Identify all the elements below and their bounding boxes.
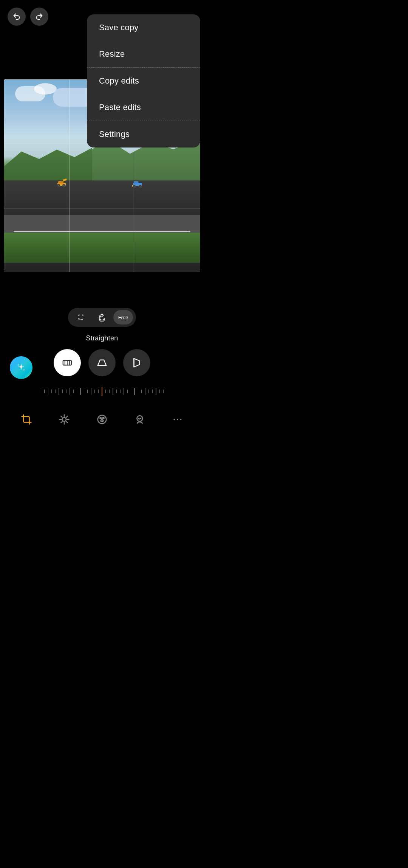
svg-point-20 bbox=[173, 419, 175, 420]
tick bbox=[109, 390, 110, 393]
transform-buttons bbox=[0, 349, 204, 376]
grid-line-h2 bbox=[4, 208, 200, 208]
tick bbox=[80, 388, 81, 395]
tick bbox=[84, 390, 85, 393]
tick bbox=[159, 390, 160, 393]
nav-item-adjust[interactable] bbox=[59, 414, 70, 425]
transform-btn-straighten[interactable] bbox=[54, 349, 81, 376]
crop-icon bbox=[21, 414, 32, 425]
tick bbox=[163, 390, 164, 393]
tick bbox=[87, 390, 88, 393]
adjust-icon bbox=[59, 414, 70, 425]
tick bbox=[98, 390, 99, 393]
tick bbox=[51, 390, 52, 393]
enhance-icon bbox=[96, 414, 108, 425]
tick bbox=[73, 390, 74, 393]
svg-point-22 bbox=[180, 419, 182, 420]
tick bbox=[138, 390, 139, 393]
tick bbox=[127, 390, 128, 393]
tick bbox=[41, 390, 42, 393]
tick bbox=[120, 390, 121, 393]
tick bbox=[131, 390, 131, 393]
face-icon bbox=[134, 414, 145, 425]
nav-item-enhance[interactable] bbox=[96, 414, 108, 425]
tick bbox=[113, 388, 113, 395]
bottom-nav bbox=[0, 405, 204, 434]
tick bbox=[134, 388, 135, 395]
svg-point-15 bbox=[62, 418, 66, 421]
tick bbox=[55, 390, 56, 393]
undo-button[interactable] bbox=[8, 8, 26, 26]
menu-item-settings[interactable]: Settings bbox=[87, 121, 200, 148]
tick-center bbox=[102, 387, 102, 396]
tick bbox=[77, 390, 77, 393]
tool-pill-free-label: Free bbox=[118, 315, 128, 320]
redo-button[interactable] bbox=[30, 8, 48, 26]
svg-point-17 bbox=[100, 417, 101, 419]
ruler-ticks bbox=[41, 387, 164, 396]
tick bbox=[105, 390, 106, 393]
tick bbox=[152, 390, 153, 393]
tick bbox=[91, 388, 92, 395]
tool-pill-rotate[interactable] bbox=[92, 310, 112, 325]
nav-item-face[interactable] bbox=[134, 414, 145, 425]
slider-ruler[interactable] bbox=[10, 384, 194, 399]
tick bbox=[145, 388, 146, 395]
tool-pills: Free bbox=[68, 308, 136, 327]
more-icon bbox=[172, 414, 183, 425]
tick bbox=[124, 388, 124, 395]
tick bbox=[116, 390, 117, 393]
straighten-label: Straighten bbox=[86, 334, 118, 342]
nav-item-crop[interactable] bbox=[21, 414, 32, 425]
tick bbox=[70, 388, 70, 395]
grid-line-v1 bbox=[69, 79, 70, 272]
rotate-icon bbox=[98, 313, 106, 321]
transform-btn-perspective-h[interactable] bbox=[88, 349, 116, 376]
svg-point-21 bbox=[177, 419, 178, 420]
svg-point-18 bbox=[103, 417, 104, 419]
tick bbox=[148, 390, 149, 393]
menu-item-save-copy[interactable]: Save copy bbox=[87, 14, 200, 41]
tick bbox=[66, 390, 66, 393]
tick bbox=[44, 390, 45, 393]
menu-item-paste-edits[interactable]: Paste edits bbox=[87, 94, 200, 121]
menu-item-copy-edits[interactable]: Copy edits bbox=[87, 68, 200, 94]
tool-pill-free[interactable]: Free bbox=[113, 310, 133, 325]
perspective-v-icon bbox=[131, 357, 142, 368]
controls-area: Free Straighten bbox=[0, 308, 204, 404]
tick bbox=[156, 388, 156, 395]
perspective-h-icon bbox=[96, 357, 108, 368]
tick bbox=[48, 388, 49, 395]
tick bbox=[62, 390, 63, 393]
aspect-ratio-icon bbox=[77, 313, 85, 321]
nav-item-more[interactable] bbox=[172, 414, 183, 425]
tick bbox=[141, 390, 142, 393]
context-menu: Save copy Resize Copy edits Paste edits … bbox=[87, 14, 200, 148]
tick bbox=[59, 388, 59, 395]
transform-btn-perspective-v[interactable] bbox=[123, 349, 150, 376]
menu-item-resize[interactable]: Resize bbox=[87, 41, 200, 67]
straighten-icon bbox=[62, 357, 73, 368]
tool-pill-aspect[interactable] bbox=[71, 310, 91, 325]
tick bbox=[94, 390, 95, 393]
